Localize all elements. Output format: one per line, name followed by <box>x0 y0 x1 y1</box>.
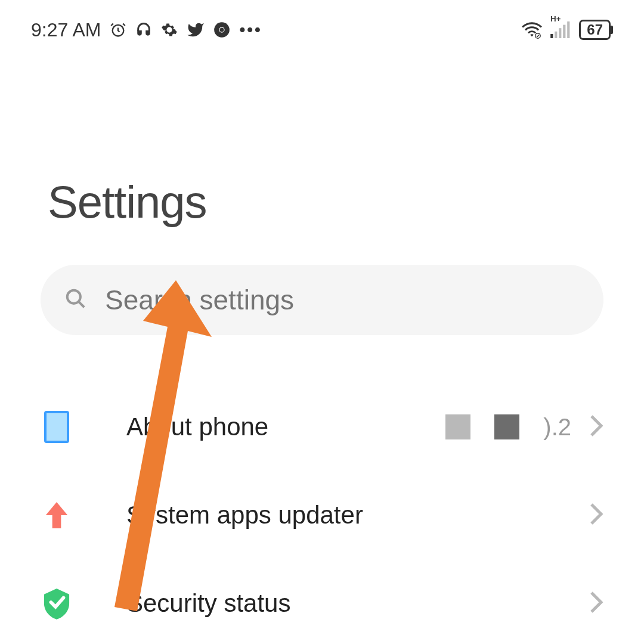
arrow-up-icon <box>41 500 73 531</box>
search-input[interactable] <box>105 284 580 316</box>
settings-item-about-phone[interactable]: About phone ).2 <box>0 383 644 471</box>
settings-item-security-status[interactable]: Security status <box>0 559 644 644</box>
chevron-right-icon <box>571 590 603 617</box>
status-time: 9:27 AM <box>31 19 101 41</box>
signal-icon: H+ <box>550 21 571 38</box>
headphones-icon <box>135 21 152 38</box>
settings-list: About phone ).2 System apps updater Sec <box>0 335 644 644</box>
svg-point-3 <box>220 28 224 32</box>
status-bar: 9:27 AM ••• <box>0 0 644 45</box>
redaction-block <box>445 414 470 439</box>
version-suffix: ).2 <box>543 414 571 441</box>
item-label: Security status <box>73 589 571 618</box>
item-label: About phone <box>73 413 445 441</box>
alarm-icon <box>110 21 126 38</box>
svg-rect-5 <box>550 34 553 38</box>
svg-rect-9 <box>567 21 569 38</box>
settings-item-system-apps-updater[interactable]: System apps updater <box>0 471 644 559</box>
phone-icon <box>41 411 73 443</box>
svg-rect-6 <box>555 32 557 38</box>
redaction-block <box>494 414 519 439</box>
search-bar[interactable] <box>41 265 603 335</box>
wifi-icon <box>522 21 542 39</box>
item-label: System apps updater <box>73 501 571 530</box>
item-meta: ).2 <box>445 414 571 441</box>
svg-rect-8 <box>563 25 565 38</box>
more-icon: ••• <box>239 20 262 39</box>
svg-point-10 <box>67 290 80 304</box>
chrome-icon <box>213 21 230 38</box>
gear-icon <box>161 21 178 38</box>
chevron-right-icon <box>571 502 603 528</box>
shield-check-icon <box>41 587 73 620</box>
page-title: Settings <box>0 45 644 228</box>
chevron-right-icon <box>571 414 603 440</box>
twitter-icon <box>187 21 205 39</box>
svg-rect-7 <box>559 28 561 38</box>
search-icon <box>64 287 87 312</box>
battery-icon: 67 <box>579 20 613 40</box>
